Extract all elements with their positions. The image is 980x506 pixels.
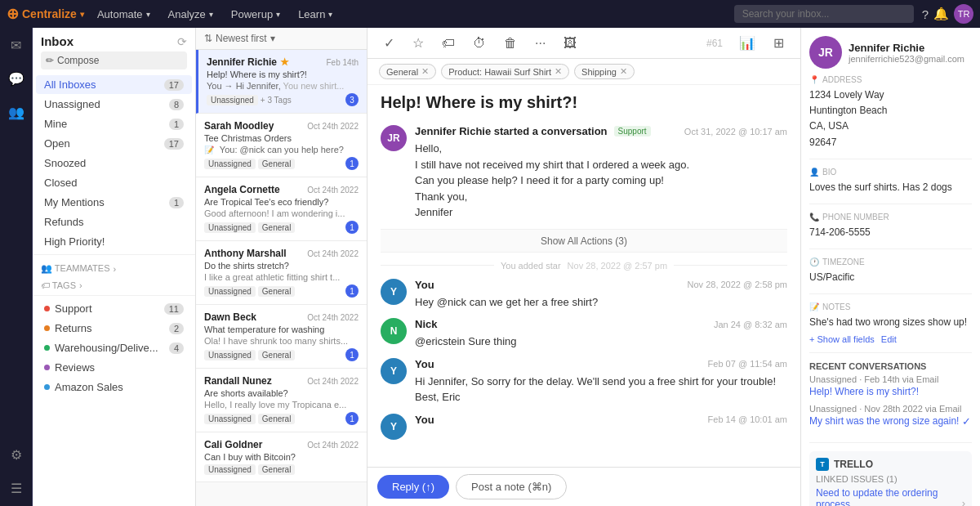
teammates-section[interactable]: 👥 Teammates ›: [33, 258, 195, 275]
chevron-down-icon: ▾: [328, 10, 332, 19]
inbox-nav-closed[interactable]: Closed: [36, 173, 192, 192]
left-sidebar: ✉ 💬 👥 ⚙ ☰: [0, 28, 33, 506]
show-actions-bar: Show All Actions (3): [381, 229, 787, 253]
inbox-nav-amazon-sales[interactable]: Amazon Sales: [36, 378, 192, 396]
inbox-nav-my-mentions[interactable]: My Mentions 1: [36, 193, 192, 212]
chevron-right-icon[interactable]: ›: [962, 497, 965, 507]
badge: 1: [169, 197, 184, 208]
more-button[interactable]: ···: [530, 34, 550, 53]
show-all-fields-link[interactable]: + Show all fields: [809, 334, 875, 344]
message-reply-3: Y You Feb 07 @ 11:54 am Hi Jennifer, So …: [381, 358, 787, 405]
post-note-button[interactable]: Post a note (⌘n): [456, 474, 567, 499]
tag-general[interactable]: General ✕: [379, 64, 436, 79]
badge: 17: [164, 138, 184, 150]
remove-tag-general[interactable]: ✕: [421, 66, 429, 77]
reply-button[interactable]: Reply (↑): [377, 475, 449, 499]
tag-hawaii-surf-shirt[interactable]: Product: Hawaii Surf Shirt ✕: [441, 64, 569, 79]
list-icon[interactable]: ☰: [7, 477, 25, 499]
user-avatar[interactable]: TR: [954, 4, 973, 24]
trello-icon: T: [816, 458, 829, 471]
compose-button[interactable]: ✏ Compose: [41, 51, 187, 69]
conv-item-sarah-moodley[interactable]: Sarah Moodley Oct 24th 2022 Tee Christma…: [196, 114, 367, 177]
amazon-dot: [44, 384, 50, 390]
badge: 1: [169, 119, 184, 130]
customer-header: JR Jennifer Richie jenniferrichie523@gma…: [809, 36, 972, 69]
tag-shipping[interactable]: Shipping ✕: [574, 64, 635, 79]
logo-chevron-icon: ▾: [80, 10, 84, 19]
sort-label[interactable]: ⇅ Newest first ▾: [204, 33, 275, 44]
avatar-you-2: Y: [381, 358, 407, 384]
search-input[interactable]: [734, 5, 914, 23]
chevron-right-icon: ›: [79, 280, 82, 290]
conv-item-angela-cornette[interactable]: Angela Cornette Oct 24th 2022 Are Tropic…: [196, 177, 367, 241]
refresh-icon[interactable]: ⟳: [177, 35, 187, 48]
chat-icon[interactable]: 💬: [5, 68, 28, 90]
tag-button[interactable]: 🏷: [437, 34, 460, 53]
star-icon: ★: [280, 56, 289, 68]
nav-powerup[interactable]: Powerup ▾: [223, 5, 288, 24]
main-toolbar: ✓ ☆ 🏷 ⏱ 🗑 ··· 🖼 #61 📊 ⊞: [368, 28, 800, 59]
settings-icon[interactable]: ⚙: [7, 444, 25, 466]
photo-button[interactable]: 🖼: [559, 34, 581, 53]
tags-section[interactable]: 🏷 Tags ›: [33, 275, 195, 292]
conv-tags-bar: General ✕ Product: Hawaii Surf Shirt ✕ S…: [368, 59, 800, 85]
customer-notes-section: 📝 Notes She's had two wrong sizes show u…: [809, 302, 972, 352]
avatar-nick: N: [381, 318, 407, 344]
message-reply-1: Y You Nov 28, 2022 @ 2:58 pm Hey @nick c…: [381, 279, 787, 311]
customer-address-section: 📍 Address 1234 Lovely Way Huntington Bea…: [809, 75, 972, 159]
system-message-star: You added star Nov 28, 2022 @ 2:57 pm: [381, 261, 787, 271]
conv-sender-name: Jennifer Richie ★: [207, 56, 289, 68]
nav-learn[interactable]: Learn ▾: [290, 5, 341, 24]
inbox-nav-refunds[interactable]: Refunds: [36, 213, 192, 231]
conv-list-items: Jennifer Richie ★ Feb 14th Help! Where i…: [196, 50, 367, 506]
layout-button[interactable]: ⊞: [768, 33, 789, 53]
conv-item-jennifer-richie[interactable]: Jennifer Richie ★ Feb 14th Help! Where i…: [196, 50, 367, 114]
conv-list-header: ⇅ Newest first ▾: [196, 28, 367, 50]
logo[interactable]: ⊕ Centralize ▾: [7, 5, 84, 23]
conv-item-anthony-marshall[interactable]: Anthony Marshall Oct 24th 2022 Do the sh…: [196, 241, 367, 305]
timer-button[interactable]: ⏱: [468, 34, 491, 53]
inbox-nav-unassigned[interactable]: Unassigned 8: [36, 95, 192, 114]
remove-tag-hawaii[interactable]: ✕: [555, 66, 562, 77]
recent-conversations-section: RECENT CONVERSATIONS Unassigned · Feb 14…: [809, 361, 972, 443]
edit-link[interactable]: Edit: [881, 334, 897, 344]
conv-tag-label: Unassigned: [207, 95, 258, 105]
conv-item-cali-goldner[interactable]: Cali Goldner Oct 24th 2022 Can I buy wit…: [196, 432, 367, 482]
chart-button[interactable]: 📊: [734, 33, 760, 53]
conversation-list: ⇅ Newest first ▾ Jennifer Richie ★ Feb 1…: [196, 28, 368, 506]
show-actions-button[interactable]: Show All Actions (3): [541, 235, 627, 247]
inbox-nav-snoozed[interactable]: Snoozed: [36, 154, 192, 172]
inbox-nav-warehousing[interactable]: Warehousing/Delive... 4: [36, 338, 192, 357]
chevron-down-icon: ▾: [209, 10, 213, 19]
conv-item-dawn-beck[interactable]: Dawn Beck Oct 24th 2022 What temperature…: [196, 305, 367, 369]
inbox-panel: Inbox ⟳ ✏ Compose All Inboxes 17 Unassig…: [33, 28, 196, 506]
nav-analyze[interactable]: Analyze ▾: [160, 5, 221, 24]
right-sidebar: JR Jennifer Richie jenniferrichie523@gma…: [800, 28, 980, 506]
users-icon[interactable]: 👥: [5, 101, 28, 123]
sort-chevron-icon: ▾: [270, 33, 275, 44]
remove-tag-shipping[interactable]: ✕: [620, 66, 627, 77]
conv-item-randall-nunez[interactable]: Randall Nunez Oct 24th 2022 Are shorts a…: [196, 369, 367, 432]
help-icon[interactable]: ?: [922, 7, 929, 21]
inbox-nav-returns[interactable]: Returns 2: [36, 319, 192, 338]
customer-email: jenniferrichie523@gmail.com: [849, 54, 964, 64]
inbox-nav-support[interactable]: Support 11: [36, 299, 192, 318]
nav-automate[interactable]: Automate ▾: [89, 5, 158, 24]
inbox-nav-high-priority[interactable]: High Priority!: [36, 232, 192, 251]
conv-subject: Help! Where is my shirt?!: [368, 85, 800, 117]
customer-phone-section: 📞 Phone number 714-206-5555: [809, 213, 972, 249]
address-icon: 📍: [809, 75, 819, 84]
inbox-nav-all-inboxes[interactable]: All Inboxes 17: [36, 75, 192, 94]
mail-icon[interactable]: ✉: [7, 34, 24, 56]
notifications-icon[interactable]: 🔔: [933, 7, 949, 21]
inbox-nav-mine[interactable]: Mine 1: [36, 114, 192, 133]
inbox-nav-open[interactable]: Open 17: [36, 134, 192, 153]
sort-icon: ⇅: [204, 33, 212, 44]
message-reply-4: Y You Feb 14 @ 10:01 am: [381, 414, 787, 440]
avatar-you-3: Y: [381, 414, 407, 440]
star-button[interactable]: ☆: [408, 33, 429, 53]
check-button[interactable]: ✓: [379, 33, 399, 53]
delete-button[interactable]: 🗑: [499, 34, 522, 53]
ticket-number: #61: [706, 38, 723, 49]
inbox-nav-reviews[interactable]: Reviews: [36, 358, 192, 377]
